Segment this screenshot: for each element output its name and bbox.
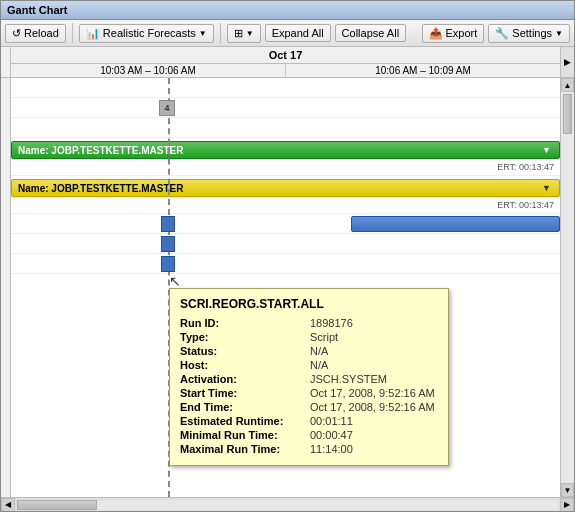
time-range-2: 10:06 AM – 10:09 AM <box>286 64 560 77</box>
gantt-rows: 4 Name: JOBP.TESTKETTE.MASTER ▼ ERT: 00:… <box>11 78 574 497</box>
chart-container: Oct 17 10:03 AM – 10:06 AM 10:06 AM – 10… <box>1 47 574 511</box>
gantt-row-yellow: Name: JOBP.TESTKETTE.MASTER ▼ <box>11 176 574 198</box>
expand-all-button[interactable]: Expand All <box>265 24 331 42</box>
time-range-1: 10:03 AM – 10:06 AM <box>11 64 286 77</box>
left-marker-2 <box>161 236 175 252</box>
settings-icon: 🔧 <box>495 27 509 40</box>
tooltip-row-end-time: End Time: Oct 17, 2008, 9:52:16 AM <box>180 401 438 413</box>
scroll-right-button[interactable]: ▶ <box>560 498 574 512</box>
end-time-value: Oct 17, 2008, 9:52:16 AM <box>310 401 435 413</box>
title-bar: Gantt Chart <box>1 1 574 20</box>
expand-collapse-dropdown-arrow: ▼ <box>246 29 254 38</box>
gantt-row-extra-2 <box>11 254 574 274</box>
chart-body: 4 Name: JOBP.TESTKETTE.MASTER ▼ ERT: 00:… <box>1 78 574 497</box>
gantt-row-markers <box>11 214 574 234</box>
gantt-row-ert-green: ERT: 00:13:47 <box>11 160 574 176</box>
type-value: Script <box>310 331 338 343</box>
scroll-down-button[interactable]: ▼ <box>561 483 574 497</box>
export-icon: 📤 <box>429 27 443 40</box>
tooltip-row-minimal-run-time: Minimal Run Time: 00:00:47 <box>180 429 438 441</box>
header-scroll-right[interactable]: ▶ <box>560 47 574 77</box>
forecast-icon: 📊 <box>86 27 100 40</box>
realistic-forecasts-button[interactable]: 📊 Realistic Forecasts ▼ <box>79 24 214 43</box>
gantt-row-ert-yellow: ERT: 00:13:47 <box>11 198 574 214</box>
host-value: N/A <box>310 359 328 371</box>
separator-1 <box>72 23 73 43</box>
scrollbar-track[interactable] <box>561 92 574 483</box>
maximal-run-time-label: Maximal Run Time: <box>180 443 310 455</box>
gantt-row-1 <box>11 78 574 98</box>
tooltip-row-status: Status: N/A <box>180 345 438 357</box>
green-bar-dropdown[interactable]: ▼ <box>542 145 551 155</box>
yellow-bar-dropdown[interactable]: ▼ <box>542 183 551 193</box>
gantt-row-extra-1 <box>11 234 574 254</box>
reload-button[interactable]: ↺ Reload <box>5 24 66 43</box>
collapse-all-button[interactable]: Collapse All <box>335 24 406 42</box>
yellow-bar[interactable]: Name: JOBP.TESTKETTE.MASTER ▼ <box>11 179 560 197</box>
left-marker-3 <box>161 256 175 272</box>
green-bar-name: Name: JOBP.TESTKETTE.MASTER <box>18 145 183 156</box>
scrollbar-h-track[interactable] <box>17 500 558 510</box>
scrollbar-thumb[interactable] <box>563 94 572 134</box>
chart-header: Oct 17 10:03 AM – 10:06 AM 10:06 AM – 10… <box>1 47 574 78</box>
gantt-row-green: Name: JOBP.TESTKETTE.MASTER ▼ <box>11 138 574 160</box>
start-time-value: Oct 17, 2008, 9:52:16 AM <box>310 387 435 399</box>
cursor-icon: ↖ <box>169 273 181 289</box>
reload-icon: ↺ <box>12 27 21 40</box>
window-title: Gantt Chart <box>7 4 68 16</box>
green-bar[interactable]: Name: JOBP.TESTKETTE.MASTER ▼ <box>11 141 560 159</box>
yellow-bar-ert: ERT: 00:13:47 <box>497 200 554 210</box>
scroll-left-button[interactable]: ◀ <box>1 498 15 512</box>
toolbar: ↺ Reload 📊 Realistic Forecasts ▼ ⊞ ▼ Exp… <box>1 20 574 47</box>
run-id-label: Run ID: <box>180 317 310 329</box>
estimated-runtime-label: Estimated Runtime: <box>180 415 310 427</box>
blue-bar[interactable] <box>351 216 560 232</box>
end-time-label: End Time: <box>180 401 310 413</box>
gantt-chart-window: Gantt Chart ↺ Reload 📊 Realistic Forecas… <box>0 0 575 512</box>
expand-collapse-button[interactable]: ⊞ ▼ <box>227 24 261 43</box>
settings-button[interactable]: 🔧 Settings ▼ <box>488 24 570 43</box>
start-time-label: Start Time: <box>180 387 310 399</box>
gantt-row-2: 4 <box>11 98 574 118</box>
separator-2 <box>220 23 221 43</box>
green-bar-ert: ERT: 00:13:47 <box>497 162 554 172</box>
minimal-run-time-label: Minimal Run Time: <box>180 429 310 441</box>
realistic-forecasts-label: Realistic Forecasts <box>103 27 196 39</box>
tooltip-row-host: Host: N/A <box>180 359 438 371</box>
tooltip-row-type: Type: Script <box>180 331 438 343</box>
tooltip-row-maximal-run-time: Maximal Run Time: 11:14:00 <box>180 443 438 455</box>
settings-label: Settings <box>512 27 552 39</box>
settings-dropdown-arrow: ▼ <box>555 29 563 38</box>
gantt-row-3 <box>11 118 574 138</box>
run-id-value: 1898176 <box>310 317 353 329</box>
scrollbar-vertical[interactable]: ▲ ▼ <box>560 78 574 497</box>
date-group: Oct 17 <box>11 47 560 64</box>
collapse-all-label: Collapse All <box>342 27 399 39</box>
activation-value: JSCH.SYSTEM <box>310 373 387 385</box>
expand-all-label: Expand All <box>272 27 324 39</box>
scrollbar-horizontal[interactable]: ◀ ▶ <box>1 497 574 511</box>
left-marker-1 <box>161 216 175 232</box>
estimated-runtime-value: 00:01:11 <box>310 415 353 427</box>
tooltip: SCRI.REORG.START.ALL Run ID: 1898176 Typ… <box>169 288 449 466</box>
reload-label: Reload <box>24 27 59 39</box>
realistic-forecasts-dropdown-arrow: ▼ <box>199 29 207 38</box>
export-label: Export <box>446 27 478 39</box>
tooltip-title: SCRI.REORG.START.ALL <box>180 297 438 311</box>
tooltip-row-activation: Activation: JSCH.SYSTEM <box>180 373 438 385</box>
status-value: N/A <box>310 345 328 357</box>
tooltip-row-start-time: Start Time: Oct 17, 2008, 9:52:16 AM <box>180 387 438 399</box>
time-marker-4: 4 <box>159 100 175 116</box>
activation-label: Activation: <box>180 373 310 385</box>
scroll-up-button[interactable]: ▲ <box>561 78 574 92</box>
minimal-run-time-value: 00:00:47 <box>310 429 353 441</box>
status-label: Status: <box>180 345 310 357</box>
expand-icon: ⊞ <box>234 27 243 40</box>
export-button[interactable]: 📤 Export <box>422 24 485 43</box>
scrollbar-h-thumb[interactable] <box>17 500 97 510</box>
tooltip-row-estimated-runtime: Estimated Runtime: 00:01:11 <box>180 415 438 427</box>
yellow-bar-name: Name: JOBP.TESTKETTE.MASTER <box>18 183 183 194</box>
tooltip-row-run-id: Run ID: 1898176 <box>180 317 438 329</box>
host-label: Host: <box>180 359 310 371</box>
maximal-run-time-value: 11:14:00 <box>310 443 353 455</box>
